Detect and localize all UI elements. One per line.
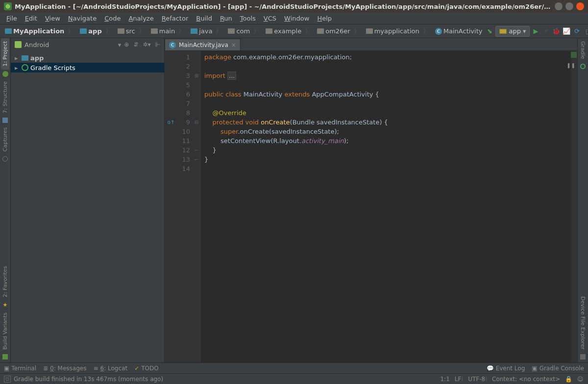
expand-arrow-icon[interactable]: ▸ (15, 64, 20, 72)
attach-debugger-icon[interactable]: ⟳ (572, 27, 581, 36)
class-icon: C (435, 28, 442, 35)
gear-icon[interactable]: ✲▾ (143, 41, 150, 48)
breadcrumb-example[interactable]: example〉 (263, 27, 314, 36)
apply-changes-icon[interactable]: ⚡ (541, 27, 550, 36)
messages-button[interactable]: ≣0: Messages (43, 365, 86, 372)
menu-edit[interactable]: Edit (22, 14, 41, 23)
messages-icon: ≣ (43, 365, 48, 372)
logcat-button[interactable]: ≡6: Logcat (93, 365, 127, 372)
breadcrumb-app[interactable]: app〉 (77, 27, 114, 36)
menu-file[interactable]: File (3, 14, 21, 23)
gradle-console-icon: ▣ (532, 365, 537, 372)
dfe-indicator-icon (580, 354, 586, 360)
rail-favorites[interactable]: 2: Favorites (1, 263, 9, 300)
locate-icon[interactable]: ⊕ (124, 41, 129, 48)
hide-icon[interactable]: ⊩ (155, 41, 160, 48)
collapse-icon[interactable]: ⇵ (133, 41, 138, 48)
rail-build-variants[interactable]: Build Variants (1, 310, 9, 353)
todo-button[interactable]: ✓TODO (134, 365, 159, 372)
folder-icon (22, 55, 28, 61)
breadcrumb-mainactivity[interactable]: CMainActivity (432, 27, 486, 35)
menu-analyze[interactable]: Analyze (125, 14, 157, 23)
run-config-selector[interactable]: app ▾ (495, 26, 530, 37)
menu-code[interactable]: Code (101, 14, 124, 23)
terminal-button[interactable]: ▣Terminal (4, 365, 36, 372)
menu-view[interactable]: View (42, 14, 64, 23)
maximize-button[interactable] (565, 2, 573, 10)
chevron-down-icon: ▾ (523, 27, 526, 35)
breadcrumb-src[interactable]: src〉 (115, 27, 148, 36)
project-tree[interactable]: ▸app▸Gradle Scripts (11, 51, 164, 362)
override-gutter-icon[interactable]: o↑ (168, 118, 175, 127)
editor-area: C MainActivity.java × o↑ 123567891011121… (165, 38, 577, 362)
android-indicator-icon (2, 71, 8, 77)
menu-tools[interactable]: Tools (237, 14, 259, 23)
context-selector[interactable]: Context: <no context> (492, 376, 560, 383)
tree-node-app[interactable]: ▸app (11, 53, 164, 63)
gradle-console-button[interactable]: ▣Gradle Console (532, 365, 584, 372)
star-icon: ★ (3, 302, 8, 308)
expand-arrow-icon[interactable]: ▸ (15, 54, 20, 62)
close-button[interactable] (576, 2, 584, 10)
lock-icon[interactable]: 🔒 (565, 376, 572, 383)
rail-project[interactable]: 1: Project (1, 38, 9, 70)
analysis-status-icon (571, 52, 577, 58)
line-separator[interactable]: LF⁞ (455, 376, 463, 383)
tree-node-gradle-scripts[interactable]: ▸Gradle Scripts (11, 63, 164, 72)
status-bar: ▢ Gradle build finished in 13s 467ms (mo… (0, 373, 588, 384)
profiler-icon[interactable]: 📈 (562, 27, 571, 36)
rail-captures[interactable]: Captures (1, 124, 9, 154)
menu-refactor[interactable]: Refactor (158, 14, 192, 23)
main-menu-bar: FileEditViewNavigateCodeAnalyzeRefactorB… (0, 13, 588, 24)
captures-indicator-icon (2, 156, 8, 162)
breadcrumb-om26er[interactable]: om26er〉 (314, 27, 363, 36)
project-tool-window: Android ▾ ⊕ ⇵ ✲▾ ⊩ ▸app▸Gradle Scripts (11, 38, 165, 362)
chevron-down-icon: ▾ (118, 41, 122, 48)
breadcrumb-myapplication[interactable]: MyApplication〉 (2, 27, 77, 36)
build-icon[interactable]: ⬊ (485, 27, 494, 36)
rail-device-file-explorer[interactable]: Device File Explorer (579, 293, 587, 353)
rail-structure[interactable]: 7: Structure (1, 78, 9, 116)
code-editor[interactable]: package com.example.om26er.myapplication… (200, 51, 570, 362)
status-toggle-icon[interactable]: ▢ (4, 376, 11, 383)
breadcrumb-java[interactable]: java〉 (188, 27, 225, 36)
tab-main-activity[interactable]: C MainActivity.java × (165, 39, 241, 50)
android-icon (15, 41, 22, 48)
folder-icon (5, 28, 12, 34)
close-tab-icon[interactable]: × (231, 42, 236, 48)
logcat-icon: ≡ (93, 365, 98, 372)
breadcrumb-com[interactable]: com〉 (225, 27, 263, 36)
project-view-header: Android ▾ ⊕ ⇵ ✲▾ ⊩ (11, 38, 164, 51)
app-logo-icon (4, 2, 12, 10)
left-tool-rail: 1: Project 7: Structure Captures 2: Favo… (0, 38, 11, 362)
run-config-label: app (509, 27, 520, 35)
folder-icon (80, 28, 87, 34)
breadcrumb-main[interactable]: main〉 (148, 27, 188, 36)
menu-navigate[interactable]: Navigate (65, 14, 100, 23)
menu-build[interactable]: Build (193, 14, 216, 23)
rail-gradle[interactable]: Gradle (579, 38, 587, 62)
menu-window[interactable]: Window (281, 14, 313, 23)
editor-error-stripe[interactable]: ❚❚ (570, 51, 577, 362)
menu-run[interactable]: Run (217, 14, 236, 23)
right-tool-rail: Gradle Device File Explorer (577, 38, 588, 362)
menu-vcs[interactable]: VCS (260, 14, 280, 23)
gradle-icon (22, 64, 28, 71)
class-icon: C (169, 42, 176, 48)
hector-icon[interactable]: ☺ (577, 376, 584, 383)
file-encoding[interactable]: UTF-8⁞ (468, 376, 487, 383)
avd-manager-icon[interactable]: ▯ (583, 27, 588, 36)
project-view-selector[interactable]: Android ▾ (24, 41, 121, 48)
breadcrumb-myapplication[interactable]: myapplication〉 (363, 27, 432, 36)
debug-icon[interactable]: 🐞 (552, 27, 561, 36)
pause-analysis-icon[interactable]: ❚❚ (566, 61, 576, 70)
run-icon[interactable]: ▶ (531, 27, 540, 36)
event-log-button[interactable]: 💬Event Log (487, 365, 525, 372)
window-titlebar: MyApplication - [~/AndroidStudioProjects… (0, 0, 588, 13)
menu-help[interactable]: Help (314, 14, 335, 23)
minimize-button[interactable] (555, 2, 563, 10)
editor-tabs: C MainActivity.java × (165, 38, 577, 51)
terminal-icon: ▣ (4, 365, 9, 372)
window-title: MyApplication - [~/AndroidStudioProjects… (15, 3, 555, 10)
folder-icon (228, 28, 235, 34)
